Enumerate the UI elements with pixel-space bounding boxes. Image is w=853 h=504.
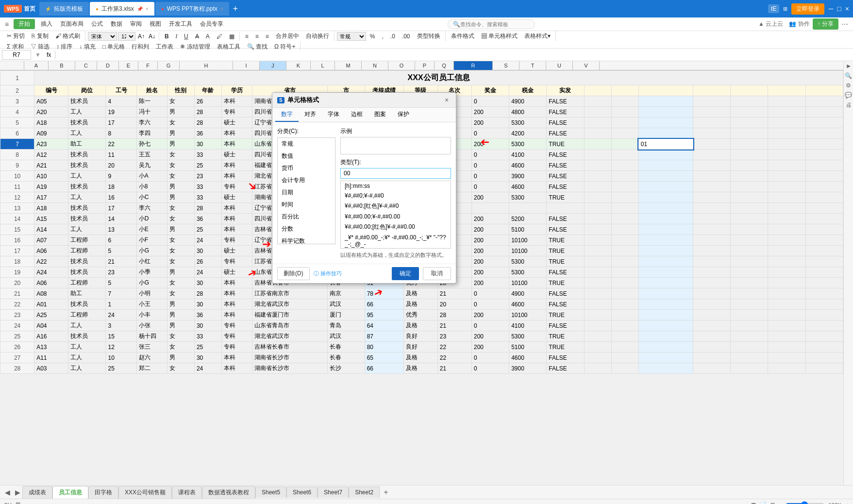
tab-xlsx[interactable]: ● 工作第3.xlsx 📌 ×	[90, 2, 154, 16]
sheet-tab-field[interactable]: 田字格	[88, 486, 118, 499]
cond-format-btn[interactable]: 条件格式	[448, 31, 477, 41]
zoom-slider[interactable]	[786, 501, 824, 504]
cat-scientific[interactable]: 科学记数	[278, 235, 335, 244]
type-item-yen4[interactable]: ¥#,##0.00;[红色]¥-#,##0.00	[341, 221, 451, 233]
maximize-btn[interactable]: □	[837, 5, 841, 13]
col-header-A[interactable]: A	[24, 61, 49, 70]
col-header-C[interactable]: C	[75, 61, 97, 70]
align-left-btn[interactable]: ≡	[242, 32, 251, 41]
sheet-tab-employees[interactable]: 员工信息	[52, 486, 88, 499]
search-input[interactable]	[460, 21, 530, 27]
sheet-tab-6[interactable]: Sheet6	[286, 487, 318, 498]
cell-style-btn[interactable]: ▦ 单元格样式	[478, 31, 520, 41]
font-size-increase[interactable]: A↑	[136, 33, 146, 40]
italic-btn[interactable]: I	[173, 32, 180, 41]
sidebar-search-icon[interactable]: 🔍	[845, 72, 852, 79]
col-header-B[interactable]: B	[49, 61, 75, 70]
dialog-tab-pattern[interactable]: 图案	[368, 108, 392, 122]
format-painter-btn[interactable]: 🖌 格式刷	[52, 31, 83, 41]
size-select[interactable]: 12	[118, 32, 135, 41]
sheet-tab-5[interactable]: Sheet5	[255, 487, 286, 498]
cell-ref-input[interactable]: R7	[2, 50, 31, 60]
expand-formula-btn[interactable]: ▼	[33, 51, 43, 58]
type-item-long[interactable]: _¥* #,##0.00_-;¥* -#,##0.00_-;_¥* "-"??_…	[341, 233, 451, 249]
delete-btn[interactable]: 删除(D)	[277, 267, 310, 280]
share-btn[interactable]: ↑ 分享	[813, 18, 838, 30]
menu-formula[interactable]: 公式	[87, 18, 107, 30]
sheet-tab-grades[interactable]: 成绩表	[22, 486, 52, 499]
dialog-tab-border[interactable]: 边框	[345, 108, 368, 122]
cat-number[interactable]: 数值	[278, 150, 335, 162]
type-list[interactable]: [h]:mm:ss ¥#,##0;¥-#,##0 ¥#,##0;[红色]¥-#,…	[340, 181, 451, 249]
dialog-close-btn[interactable]: ×	[442, 96, 451, 104]
font-color-btn[interactable]: A	[203, 32, 213, 41]
copy-btn[interactable]: ⎘ 复制	[29, 31, 51, 41]
menu-member[interactable]: 会员专享	[196, 18, 227, 30]
sheet-nav-left[interactable]: ◀	[2, 488, 13, 496]
menu-view[interactable]: 视图	[146, 18, 165, 30]
cancel-btn[interactable]: 取消	[423, 267, 451, 280]
strikethrough-btn[interactable]: A̶	[192, 32, 202, 41]
col-header-M[interactable]: M	[335, 61, 362, 70]
more-menu-icon[interactable]: ⋯	[838, 20, 851, 28]
grid-icon[interactable]: ⊞	[783, 6, 787, 12]
sidebar-print-icon[interactable]: 🖨	[846, 101, 852, 108]
type-item-yen1[interactable]: ¥#,##0;¥-#,##0	[341, 191, 451, 201]
cat-date[interactable]: 日期	[278, 186, 335, 199]
merge-btn[interactable]: 合并居中	[273, 31, 302, 41]
cat-fraction[interactable]: 分数	[278, 223, 335, 235]
dialog-tab-protect[interactable]: 保护	[392, 108, 415, 122]
dialog-tab-number[interactable]: 数字	[275, 108, 299, 122]
zoom-in-icon[interactable]: +	[846, 502, 849, 504]
hint-btn[interactable]: ⓘ 操作技巧	[314, 270, 342, 277]
cut-btn[interactable]: ✂ 剪切	[4, 31, 28, 41]
category-list[interactable]: 常规 数值 货币 会计专用 日期 时间 百分比 分数 科学记数 文本 特殊 自定…	[277, 137, 335, 244]
menu-data[interactable]: 数据	[107, 18, 126, 30]
sheet-tab-7[interactable]: Sheet7	[318, 487, 349, 498]
col-header-I[interactable]: I	[233, 61, 260, 70]
fill-color-btn[interactable]: 🖊	[214, 32, 225, 41]
col-header-P[interactable]: P	[415, 61, 435, 70]
font-select[interactable]: 宋体	[88, 32, 117, 41]
cat-currency[interactable]: 货币	[278, 162, 335, 174]
col-header-Q[interactable]: Q	[435, 61, 454, 70]
menu-insert[interactable]: 插入	[37, 18, 56, 30]
number-format-select[interactable]: 常规	[337, 32, 366, 41]
col-header-H[interactable]: H	[180, 61, 233, 70]
col-header-R[interactable]: R	[454, 61, 493, 70]
comma-btn[interactable]: ,	[379, 32, 386, 41]
type-item-yen2[interactable]: ¥#,##0;[红色]¥-#,##0	[341, 201, 451, 212]
sidebar-expand-icon[interactable]: ◀	[846, 64, 851, 69]
collab-label[interactable]: 👥 协作	[786, 20, 812, 28]
col-header-E[interactable]: E	[119, 61, 138, 70]
col-header-S[interactable]: S	[493, 61, 519, 70]
filter-btn[interactable]: ▽ 筛选	[28, 42, 52, 52]
align-center-btn[interactable]: ≡	[252, 32, 262, 41]
sheet-tab-pivot[interactable]: 数据透视表教程	[202, 486, 255, 499]
col-header-J[interactable]: J	[260, 61, 286, 70]
border-btn[interactable]: ▦	[226, 32, 237, 41]
sidebar-comment-icon[interactable]: 💬	[845, 92, 852, 99]
add-sheet-btn[interactable]: +	[380, 487, 392, 498]
increase-decimal-btn[interactable]: .0	[387, 32, 398, 41]
cat-general[interactable]: 常规	[278, 138, 335, 150]
dialog-tab-font[interactable]: 字体	[322, 108, 345, 122]
align-right-btn[interactable]: ≡	[263, 32, 272, 41]
start-btn[interactable]: 开始	[14, 19, 35, 29]
tab-pptx[interactable]: ● WPS PPT教程.pptx ×	[155, 2, 229, 16]
wrap-btn[interactable]: 自动换行	[303, 31, 332, 41]
tab-xlsx-close[interactable]: ×	[146, 6, 149, 12]
cell-format-dialog[interactable]: S 单元格格式 × 数字 对齐 字体 边框 图案 保护 分类(C): 常规 数值…	[272, 92, 456, 284]
menu-review[interactable]: 审阅	[126, 18, 146, 30]
col-header-K[interactable]: K	[286, 61, 311, 70]
dialog-tab-align[interactable]: 对齐	[299, 108, 322, 122]
tab-pptx-close[interactable]: ×	[220, 6, 223, 12]
type-item-hmmss[interactable]: [h]:mm:ss	[341, 181, 451, 191]
view-break-icon[interactable]: ⊞	[770, 502, 775, 504]
close-window-btn[interactable]: ×	[845, 5, 849, 13]
cat-accounting[interactable]: 会计专用	[278, 174, 335, 186]
col-header-L[interactable]: L	[311, 61, 335, 70]
sheet-tab-sales[interactable]: XXX公司销售额	[118, 486, 172, 499]
col-header-O[interactable]: O	[388, 61, 415, 70]
home-tab[interactable]: 首页	[24, 5, 35, 13]
